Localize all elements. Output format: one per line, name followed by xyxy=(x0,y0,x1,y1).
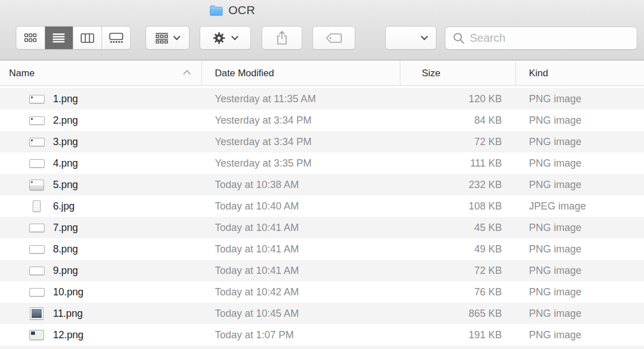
column-view-icon xyxy=(81,33,94,43)
thumbnail-shape xyxy=(29,95,45,103)
file-name-cell: 8.png xyxy=(0,240,202,258)
tag-icon xyxy=(325,33,342,43)
thumbnail-shape xyxy=(29,267,45,275)
thumbnail-shape xyxy=(29,224,45,232)
file-size: 45 KB xyxy=(400,222,502,234)
file-thumbnail-icon xyxy=(28,219,45,237)
gear-icon xyxy=(213,32,226,45)
gallery-view-icon xyxy=(109,33,123,43)
file-kind: PNG image xyxy=(502,286,644,298)
file-kind: JPEG image xyxy=(502,200,644,212)
file-thumbnail-icon xyxy=(28,197,45,215)
file-date-modified: Today at 10:38 AM xyxy=(202,179,400,191)
file-name-cell: 3.png xyxy=(0,133,202,151)
file-date-modified: Yesterday at 3:35 PM xyxy=(202,158,400,169)
search-input[interactable]: Search xyxy=(445,27,637,50)
column-header-size[interactable]: Size xyxy=(400,61,516,85)
file-date-modified: Today at 10:45 AM xyxy=(202,308,400,320)
file-row[interactable]: 12.png Today at 1:07 PM 191 KB PNG image xyxy=(0,324,644,346)
file-row[interactable]: 9.png Today at 10:41 AM 72 KB PNG image xyxy=(0,260,644,281)
thumbnail-shape xyxy=(33,200,41,212)
file-thumbnail-icon xyxy=(28,176,45,194)
file-kind: PNG image xyxy=(502,329,644,341)
file-name: 2.png xyxy=(53,115,78,126)
dropdown-button[interactable] xyxy=(385,26,436,50)
file-name-cell: 7.png xyxy=(0,219,202,237)
thumbnail-shape xyxy=(30,307,43,320)
icon-view-icon xyxy=(24,33,37,42)
file-kind: PNG image xyxy=(502,136,644,148)
file-date-modified: Yesterday at 3:34 PM xyxy=(202,115,400,126)
file-name-cell: 12.png xyxy=(0,326,202,344)
file-kind: PNG image xyxy=(502,265,644,277)
file-name: 1.png xyxy=(53,93,78,105)
share-button[interactable] xyxy=(262,26,302,50)
gallery-view-button[interactable] xyxy=(102,27,131,49)
chevron-down-icon xyxy=(173,36,180,41)
title-group: OCR xyxy=(209,3,255,17)
file-list: 1.png Yesterday at 11:35 AM 120 KB PNG i… xyxy=(0,86,644,349)
file-size: 84 KB xyxy=(400,115,502,126)
file-thumbnail-icon xyxy=(28,111,45,129)
share-icon xyxy=(276,30,288,45)
action-button[interactable] xyxy=(200,26,251,50)
file-date-modified: Today at 10:41 AM xyxy=(202,265,400,277)
column-header-size-label: Size xyxy=(422,68,440,79)
file-name: 8.png xyxy=(53,243,78,255)
file-row[interactable]: 6.jpg Today at 10:40 AM 108 KB JPEG imag… xyxy=(0,195,644,217)
thumbnail-shape xyxy=(29,116,45,125)
file-row[interactable]: 5.png Today at 10:38 AM 232 KB PNG image xyxy=(0,174,644,195)
file-size: 72 KB xyxy=(400,265,502,277)
file-row[interactable]: 2.png Yesterday at 3:34 PM 84 KB PNG ima… xyxy=(0,110,644,131)
thumbnail-shape xyxy=(29,330,44,340)
group-by-button[interactable] xyxy=(145,26,189,50)
chevron-down-icon xyxy=(421,36,428,41)
file-row[interactable]: 4.png Yesterday at 3:35 PM 111 KB PNG im… xyxy=(0,152,644,174)
file-row[interactable]: 8.png Today at 10:41 AM 49 KB PNG image xyxy=(0,238,644,260)
file-name: 9.png xyxy=(53,265,78,277)
file-row[interactable]: 10.png Today at 10:42 AM 76 KB PNG image xyxy=(0,281,644,303)
file-name-cell: 10.png xyxy=(0,283,202,301)
column-view-button[interactable] xyxy=(73,27,102,49)
file-name-cell: 11.png xyxy=(0,304,202,322)
list-view-button[interactable] xyxy=(45,27,74,49)
file-thumbnail-icon xyxy=(28,240,45,258)
column-header-name[interactable]: Name xyxy=(0,61,202,85)
title-bar[interactable]: OCR xyxy=(0,0,644,23)
file-date-modified: Today at 1:07 PM xyxy=(202,329,400,341)
tag-button[interactable] xyxy=(312,26,355,50)
file-thumbnail-icon xyxy=(28,133,45,151)
thumbnail-shape xyxy=(29,159,45,168)
file-kind: PNG image xyxy=(502,93,644,105)
file-thumbnail-icon xyxy=(28,154,45,172)
file-name: 5.png xyxy=(53,179,78,191)
file-name: 10.png xyxy=(53,286,83,298)
file-thumbnail-icon xyxy=(28,261,45,280)
file-size: 49 KB xyxy=(400,243,502,255)
list-column-headers: Name Date Modified Size Kind xyxy=(0,61,644,86)
file-name: 6.jpg xyxy=(53,200,74,212)
file-row[interactable]: 7.png Today at 10:41 AM 45 KB PNG image xyxy=(0,217,644,238)
thumbnail-shape xyxy=(29,245,45,254)
sort-ascending-icon xyxy=(183,69,191,75)
file-name-cell: 5.png xyxy=(0,176,202,194)
file-size: 120 KB xyxy=(400,93,502,105)
file-row[interactable]: 11.png Today at 10:45 AM 865 KB PNG imag… xyxy=(0,303,644,324)
column-header-date-modified[interactable]: Date Modified xyxy=(202,61,400,85)
file-name: 11.png xyxy=(53,308,83,320)
file-date-modified: Today at 10:41 AM xyxy=(202,222,400,234)
file-thumbnail-icon xyxy=(28,283,45,301)
file-date-modified: Yesterday at 3:34 PM xyxy=(202,136,400,148)
file-kind: PNG image xyxy=(502,308,644,320)
file-name: 7.png xyxy=(53,222,78,234)
file-row-partial xyxy=(0,346,644,349)
file-name-cell: 1.png xyxy=(0,90,202,108)
file-row[interactable]: 1.png Yesterday at 11:35 AM 120 KB PNG i… xyxy=(0,88,644,110)
file-kind: PNG image xyxy=(502,222,644,234)
icon-view-button[interactable] xyxy=(16,27,45,49)
toolbar: Search xyxy=(0,23,644,60)
file-row[interactable]: 3.png Yesterday at 3:34 PM 72 KB PNG ima… xyxy=(0,131,644,152)
column-header-kind[interactable]: Kind xyxy=(516,61,644,85)
file-thumbnail-icon xyxy=(28,304,45,322)
list-view-icon xyxy=(52,33,65,43)
